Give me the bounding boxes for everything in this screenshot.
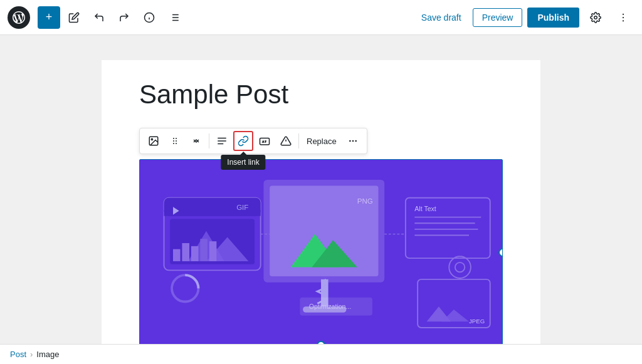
toolbar-right: Save draft Preview Publish	[415, 6, 634, 29]
insert-link-wrapper: Insert link	[233, 131, 253, 151]
breadcrumb-separator: ›	[30, 350, 33, 359]
block-toolbar: Insert link Replace	[139, 128, 367, 154]
image-block[interactable]: GIF	[139, 159, 503, 344]
alt-text-button[interactable]	[255, 131, 275, 151]
svg-point-10	[623, 13, 624, 14]
toolbar-divider-2	[298, 133, 299, 148]
undo-icon	[93, 12, 105, 23]
svg-rect-45	[209, 242, 217, 262]
image-illustration: GIF	[140, 160, 502, 344]
main-content: Sample Post	[0, 35, 642, 344]
svg-text:Alt Text: Alt Text	[414, 205, 436, 212]
svg-point-16	[176, 138, 177, 139]
breadcrumb-current-page: Image	[36, 350, 59, 359]
redo-icon	[118, 12, 130, 23]
more-block-options-button[interactable]	[343, 131, 363, 151]
svg-point-14	[151, 139, 152, 140]
edit-button[interactable]	[63, 6, 85, 29]
more-options-button[interactable]	[612, 6, 634, 29]
toolbar-left: +	[38, 6, 415, 29]
svg-point-30	[349, 140, 351, 142]
image-icon	[148, 135, 159, 147]
svg-text:GIF: GIF	[236, 204, 248, 211]
info-icon	[144, 12, 155, 23]
save-draft-button[interactable]: Save draft	[415, 9, 468, 26]
warning-icon	[280, 135, 292, 147]
image-container: GIF	[140, 160, 502, 344]
pencil-icon	[68, 12, 80, 23]
undo-button[interactable]	[88, 6, 110, 29]
redo-button[interactable]	[113, 6, 135, 29]
svg-point-31	[352, 140, 354, 142]
breadcrumb: Post › Image	[0, 344, 642, 364]
preview-button[interactable]: Preview	[473, 8, 523, 27]
wp-logo	[8, 6, 30, 29]
warning-button[interactable]	[276, 131, 296, 151]
svg-text:PNG: PNG	[357, 198, 373, 205]
svg-rect-42	[182, 243, 189, 261]
toolbar-divider-1	[209, 133, 209, 148]
svg-point-15	[173, 138, 174, 139]
svg-rect-44	[200, 239, 208, 262]
align-button[interactable]	[212, 131, 232, 151]
svg-point-19	[173, 143, 174, 144]
svg-point-11	[623, 16, 624, 18]
info-button[interactable]	[138, 6, 160, 29]
svg-text:Optimization...: Optimization...	[309, 303, 352, 310]
gear-icon	[590, 12, 601, 23]
alt-text-icon	[259, 135, 270, 147]
post-title[interactable]: Sample Post	[139, 79, 503, 110]
svg-text:JPEG: JPEG	[469, 318, 485, 325]
wp-logo-icon	[13, 11, 25, 24]
drag-icon	[170, 136, 180, 146]
publish-button[interactable]: Publish	[527, 8, 579, 28]
svg-rect-41	[173, 249, 181, 261]
insert-link-button[interactable]	[233, 131, 253, 151]
top-toolbar: + Save draft Preview Publish	[0, 0, 642, 35]
list-view-button[interactable]	[163, 6, 186, 29]
svg-point-17	[173, 140, 174, 142]
more-horizontal-icon	[348, 136, 358, 146]
list-view-icon	[169, 12, 180, 23]
move-up-down-button[interactable]	[186, 131, 206, 151]
settings-button[interactable]	[584, 6, 607, 29]
add-block-button[interactable]: +	[38, 6, 60, 29]
plus-icon: +	[46, 11, 53, 24]
svg-point-20	[176, 143, 177, 144]
link-icon	[238, 135, 249, 147]
chevrons-updown-icon	[191, 136, 201, 146]
image-block-type-button[interactable]	[144, 131, 164, 151]
svg-point-9	[594, 16, 597, 19]
drag-handle-button[interactable]	[165, 131, 185, 151]
breadcrumb-post-link[interactable]: Post	[10, 350, 26, 359]
align-icon	[216, 135, 228, 147]
svg-rect-43	[191, 246, 199, 261]
editor-area: Sample Post	[102, 60, 540, 344]
more-vertical-icon	[618, 12, 629, 23]
replace-button[interactable]: Replace	[302, 134, 342, 148]
svg-point-32	[355, 140, 357, 142]
svg-point-18	[176, 140, 177, 142]
svg-point-12	[623, 20, 624, 21]
